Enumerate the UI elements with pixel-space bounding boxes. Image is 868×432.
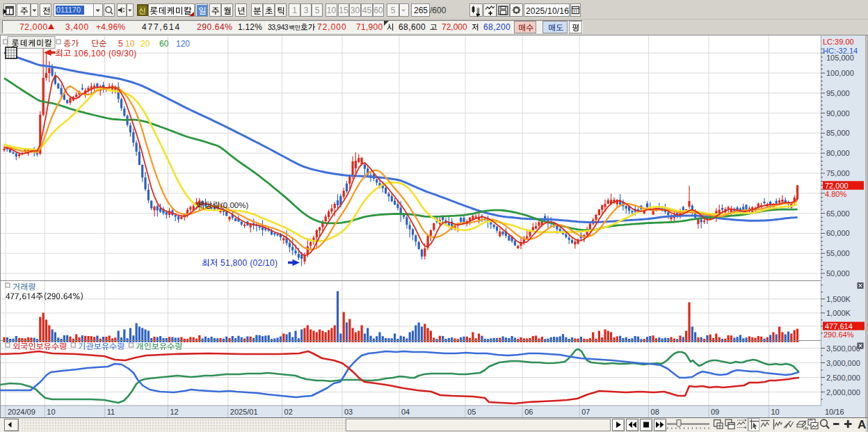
svg-text:A: A [858,418,866,431]
svg-text:72,000: 72,000 [317,22,347,32]
svg-text:/600: /600 [430,6,447,15]
svg-text:1.12%: 1.12% [238,22,262,32]
svg-text:33,943: 33,943 [268,23,289,31]
svg-text:2025/10/16: 2025/10/16 [526,6,569,16]
svg-text:265: 265 [414,6,428,15]
svg-text:71,900: 71,900 [356,22,383,32]
svg-text:72,000: 72,000 [442,22,467,32]
svg-text:3: 3 [304,6,309,15]
svg-text:72,000: 72,000 [19,22,48,32]
svg-text:5: 5 [391,6,396,15]
svg-text:45: 45 [362,6,372,15]
svg-text:+4.96%: +4.96% [96,22,125,32]
svg-text:011170: 011170 [56,6,81,14]
svg-text:477,614: 477,614 [142,22,181,32]
svg-text:60: 60 [373,6,383,15]
svg-text:3,400: 3,400 [65,22,89,32]
svg-text:68,200: 68,200 [483,22,511,32]
svg-text:68,600: 68,600 [399,22,426,32]
svg-text:15: 15 [339,6,348,15]
svg-text:1: 1 [292,6,297,15]
svg-text:10: 10 [327,6,337,15]
svg-text:5: 5 [315,6,320,15]
svg-text:290.64%: 290.64% [197,22,233,32]
svg-text:30: 30 [351,6,360,15]
